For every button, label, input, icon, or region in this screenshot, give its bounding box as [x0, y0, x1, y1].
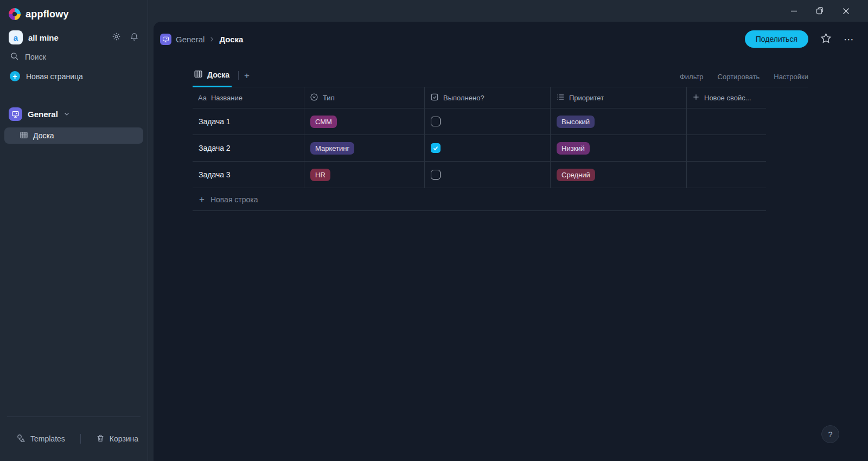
column-header-type[interactable]: Тип	[304, 87, 425, 108]
type-tag[interactable]: СММ	[310, 116, 337, 128]
cell-name[interactable]: Задача 3	[193, 162, 304, 188]
checkbox-icon	[430, 93, 439, 103]
grid-view-icon	[194, 69, 203, 80]
grid-table: Aa Название Тип Выполнено?	[193, 87, 766, 211]
filter-button[interactable]: Фильтр	[680, 73, 704, 81]
templates-button[interactable]: Templates	[16, 433, 65, 444]
settings-button[interactable]: Настройки	[774, 73, 808, 81]
main-panel: General Доска Поделиться ⋯ Доска	[154, 22, 868, 461]
cell-name[interactable]: Задача 2	[193, 135, 304, 162]
add-property-button[interactable]: Новое свойс...	[687, 87, 766, 108]
cell-new-property[interactable]	[687, 135, 766, 162]
tab-doska[interactable]: Доска	[193, 69, 232, 87]
new-row-label: Новая строка	[210, 195, 258, 204]
column-label: Выполнено?	[443, 94, 484, 102]
cell-name[interactable]: Задача 1	[193, 108, 304, 135]
plus-icon	[692, 93, 700, 103]
workspace-avatar: a	[9, 30, 23, 44]
footer-vertical-divider	[80, 434, 81, 444]
trash-icon	[96, 434, 105, 444]
row-checkbox[interactable]	[431, 117, 441, 126]
sort-button[interactable]: Сортировать	[718, 73, 760, 81]
plus-icon: +	[199, 195, 205, 204]
window-titlebar	[0, 0, 868, 22]
workspace-name: all mine	[28, 33, 106, 42]
workspace-selector[interactable]: a all mine	[4, 28, 143, 47]
column-label: Новое свойс...	[704, 94, 751, 102]
cell-done[interactable]	[425, 108, 551, 135]
chevron-down-icon	[63, 110, 70, 119]
cell-priority[interactable]: Высокий	[551, 108, 687, 135]
sidebar-search-label: Поиск	[25, 53, 46, 61]
favorite-star-icon[interactable]	[820, 33, 832, 46]
new-page-button[interactable]: + Новая страница	[0, 67, 148, 86]
breadcrumb-space-icon	[160, 34, 171, 45]
tab-label: Доска	[207, 71, 229, 79]
settings-gear-icon[interactable]	[112, 32, 121, 43]
breadcrumb-space-label[interactable]: General	[176, 35, 205, 44]
cell-done[interactable]	[425, 162, 551, 188]
chevron-right-icon	[209, 35, 215, 44]
sidebar-footer: Templates Корзина	[0, 417, 148, 461]
single-select-icon	[310, 93, 318, 103]
space-icon	[9, 107, 22, 121]
row-checkbox[interactable]	[431, 170, 441, 180]
breadcrumb: General Доска	[160, 34, 243, 45]
trash-label: Корзина	[110, 434, 138, 443]
window-close-button[interactable]	[838, 3, 854, 19]
cell-type[interactable]: СММ	[304, 108, 425, 135]
row-checkbox[interactable]	[431, 143, 441, 153]
column-label: Тип	[323, 94, 335, 102]
more-options-icon[interactable]: ⋯	[844, 34, 855, 44]
cell-done[interactable]	[425, 135, 551, 162]
cell-priority[interactable]: Низкий	[551, 135, 687, 162]
templates-label: Templates	[30, 434, 65, 443]
table-row: Задача 2 Маркетинг Низкий	[193, 135, 766, 162]
share-button[interactable]: Поделиться	[745, 30, 808, 48]
text-field-icon: Aa	[198, 94, 207, 102]
grid-view-icon	[20, 131, 28, 141]
add-view-button[interactable]: +	[244, 71, 253, 86]
templates-icon	[16, 433, 25, 444]
plus-circle-icon: +	[10, 71, 20, 81]
notifications-bell-icon[interactable]	[130, 32, 139, 43]
priority-tag[interactable]: Высокий	[557, 116, 595, 128]
type-tag[interactable]: Маркетинг	[310, 142, 354, 155]
search-icon	[10, 52, 19, 62]
tab-separator	[238, 71, 239, 80]
sidebar: appflowy a all mine Поиск + Новая страни…	[0, 0, 148, 461]
cell-new-property[interactable]	[687, 108, 766, 135]
cell-new-property[interactable]	[687, 162, 766, 188]
breadcrumb-page-label[interactable]: Доска	[219, 35, 243, 44]
column-header-done[interactable]: Выполнено?	[425, 87, 551, 108]
sidebar-space-general[interactable]: General	[0, 104, 148, 124]
sidebar-page-label: Доска	[33, 131, 54, 140]
column-label: Название	[211, 94, 242, 102]
sidebar-search[interactable]: Поиск	[0, 47, 148, 67]
table-row: Задача 1 СММ Высокий	[193, 108, 766, 135]
window-restore-button[interactable]	[812, 3, 828, 19]
cell-type[interactable]: Маркетинг	[304, 135, 425, 162]
column-header-priority[interactable]: Приоритет	[551, 87, 687, 108]
help-button[interactable]: ?	[821, 425, 839, 443]
new-page-label: Новая страница	[26, 72, 83, 81]
multi-select-icon	[556, 93, 565, 103]
type-tag[interactable]: HR	[310, 169, 330, 181]
table-row: Задача 3 HR Средний	[193, 162, 766, 188]
window-minimize-button[interactable]	[786, 3, 802, 19]
space-name: General	[28, 110, 58, 119]
column-header-name[interactable]: Aa Название	[193, 87, 304, 108]
cell-type[interactable]: HR	[304, 162, 425, 188]
grid-header-row: Aa Название Тип Выполнено?	[193, 87, 766, 108]
column-label: Приоритет	[569, 94, 604, 102]
priority-tag[interactable]: Низкий	[557, 142, 590, 155]
new-row-button[interactable]: + Новая строка	[193, 188, 766, 211]
view-bar: Доска + Фильтр Сортировать Настройки	[193, 69, 808, 87]
priority-tag[interactable]: Средний	[557, 169, 595, 181]
trash-button[interactable]: Корзина	[96, 434, 138, 444]
sidebar-item-doska[interactable]: Доска	[4, 127, 143, 144]
cell-priority[interactable]: Средний	[551, 162, 687, 188]
